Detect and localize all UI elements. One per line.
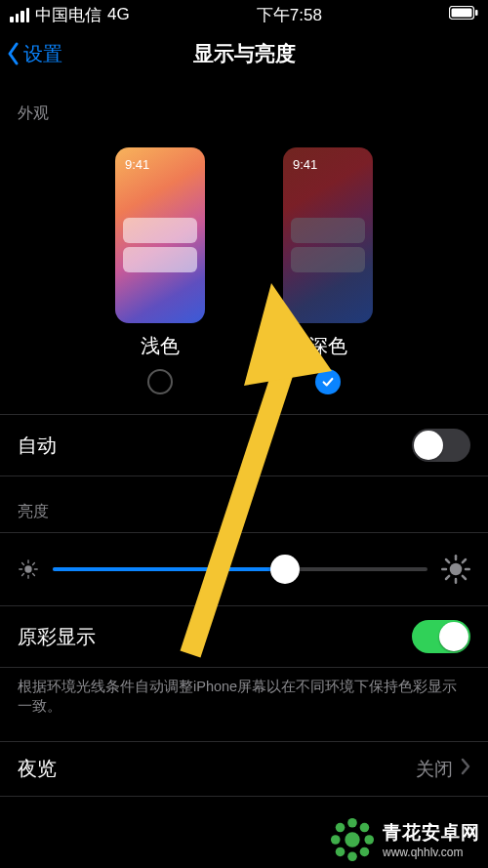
slider-thumb[interactable] — [270, 555, 300, 584]
status-bar: 中国电信 4G 下午7:58 — [0, 0, 488, 29]
status-time: 下午7:58 — [257, 4, 322, 26]
mode-label: 浅色 — [141, 333, 180, 359]
status-left: 中国电信 4G — [10, 4, 130, 26]
svg-rect-1 — [452, 9, 472, 18]
svg-point-30 — [360, 823, 370, 833]
brightness-slider-row — [0, 532, 488, 605]
watermark-logo-icon — [330, 817, 375, 862]
svg-point-32 — [360, 847, 370, 857]
dark-preview: 9:41 — [283, 147, 373, 323]
sun-max-icon — [441, 555, 470, 584]
light-preview: 9:41 — [115, 147, 205, 323]
auto-switch[interactable] — [412, 429, 470, 462]
svg-line-10 — [22, 574, 24, 576]
svg-point-3 — [24, 565, 31, 572]
svg-point-27 — [331, 835, 341, 845]
true-tone-label: 原彩显示 — [18, 624, 96, 650]
svg-rect-2 — [475, 10, 478, 16]
auto-label: 自动 — [18, 433, 57, 459]
night-shift-row[interactable]: 夜览 关闭 — [0, 741, 488, 797]
svg-point-12 — [450, 563, 463, 576]
appearance-header: 外观 — [0, 78, 488, 134]
radio-checked-icon[interactable] — [315, 369, 341, 394]
battery-icon — [449, 5, 478, 24]
back-label: 设置 — [23, 41, 62, 67]
svg-line-20 — [463, 559, 466, 562]
svg-point-25 — [347, 818, 357, 828]
brightness-header: 亮度 — [0, 476, 488, 532]
watermark: 青花安卓网 www.qhhlv.com — [330, 817, 488, 862]
svg-line-9 — [33, 574, 35, 576]
appearance-modes: 9:41 浅色 9:41 深色 — [0, 134, 488, 414]
night-shift-label: 夜览 — [18, 756, 57, 782]
chevron-left-icon — [6, 42, 20, 65]
watermark-url: www.qhhlv.com — [383, 846, 480, 859]
sun-min-icon — [18, 558, 39, 580]
svg-point-24 — [345, 832, 359, 847]
svg-point-26 — [347, 851, 357, 861]
nav-bar: 设置 显示与亮度 — [0, 29, 488, 78]
signal-icon — [10, 8, 29, 22]
carrier-label: 中国电信 — [35, 4, 102, 26]
mode-label: 深色 — [308, 333, 347, 359]
svg-line-8 — [22, 563, 24, 565]
svg-line-11 — [33, 563, 35, 565]
watermark-name: 青花安卓网 — [383, 820, 480, 846]
mode-dark[interactable]: 9:41 深色 — [283, 147, 373, 394]
svg-point-28 — [364, 835, 374, 845]
night-shift-value: 关闭 — [416, 757, 453, 782]
radio-unchecked-icon[interactable] — [147, 369, 173, 394]
back-button[interactable]: 设置 — [6, 41, 62, 67]
svg-point-31 — [336, 847, 346, 857]
network-label: 4G — [107, 5, 130, 24]
chevron-right-icon — [461, 758, 470, 780]
brightness-slider[interactable] — [53, 567, 427, 571]
auto-row: 自动 — [0, 414, 488, 476]
svg-line-19 — [446, 576, 449, 579]
true-tone-note: 根据环境光线条件自动调整iPhone屏幕以在不同环境下保持色彩显示一致。 — [0, 668, 488, 733]
page-title: 显示与亮度 — [193, 40, 296, 67]
status-right — [449, 5, 478, 24]
mode-light[interactable]: 9:41 浅色 — [115, 147, 205, 394]
true-tone-switch[interactable] — [412, 620, 470, 653]
svg-point-29 — [336, 823, 346, 833]
true-tone-row: 原彩显示 — [0, 605, 488, 668]
svg-line-18 — [463, 576, 466, 579]
svg-line-17 — [446, 559, 449, 562]
